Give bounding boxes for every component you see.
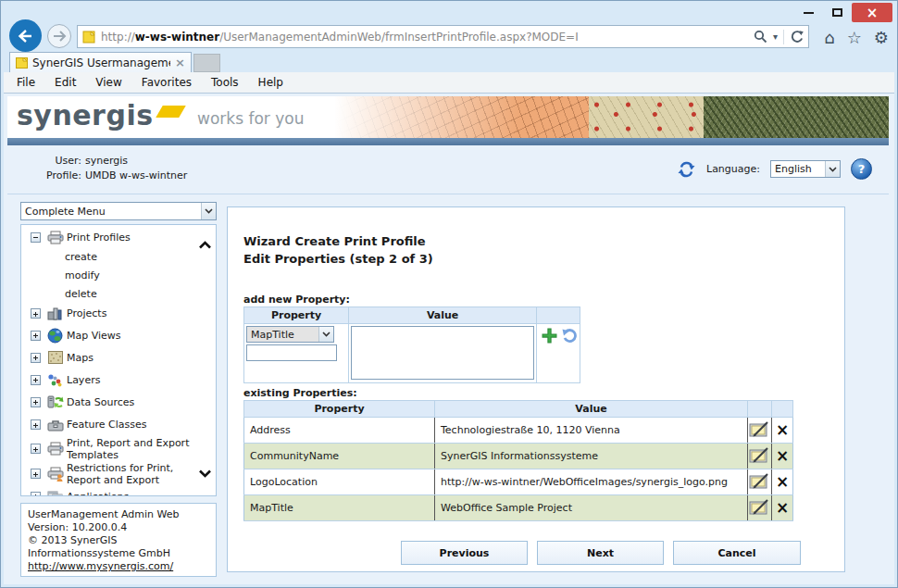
menu-filter-value: Complete Menu (25, 206, 106, 218)
previous-button[interactable]: Previous (401, 541, 528, 565)
tree-item-modify[interactable]: modify (31, 266, 216, 284)
table-row-logolocation: LogoLocation http://w-ws-wintner/WebOffi… (244, 469, 793, 495)
tree-label: delete (65, 288, 97, 300)
scroll-up-icon[interactable] (198, 240, 212, 252)
menu-tools[interactable]: Tools (211, 76, 239, 89)
menu-help[interactable]: Help (258, 76, 283, 89)
home-icon[interactable]: ⌂ (824, 28, 834, 47)
property-cell: MapTitle (244, 495, 435, 521)
menu-filter-select[interactable]: Complete Menu (20, 202, 217, 220)
tree-label: Projects (67, 307, 106, 319)
tree-item-applications[interactable]: Applications (31, 486, 216, 496)
table-row-maptitle: MapTitle WebOffice Sample Project × (244, 495, 793, 521)
cancel-button[interactable]: Cancel (673, 541, 801, 565)
tab-synergis-usermanagement[interactable]: SynerGIS Usermanagement ... × (9, 52, 192, 72)
search-icon[interactable] (754, 30, 767, 44)
language-label: Language: (706, 163, 760, 175)
close-icon: × (867, 5, 879, 21)
new-tab-button[interactable] (193, 54, 220, 72)
add-property-button[interactable] (542, 328, 557, 344)
property-cell: LogoLocation (244, 469, 435, 495)
address-bar[interactable]: http://w-ws-wintner/UserManagementAdminW… (77, 25, 809, 48)
edit-property-icon[interactable] (749, 472, 770, 490)
header-divider-bar (7, 138, 889, 145)
value-cell: Technologiestraße 10, 1120 Vienna (435, 418, 748, 444)
next-button[interactable]: Next (537, 541, 664, 565)
refresh-icon[interactable] (677, 160, 696, 179)
expand-plus-icon[interactable] (31, 375, 41, 385)
tree-item-data-sources[interactable]: Data Sources (31, 391, 216, 413)
close-button[interactable]: × (852, 3, 892, 22)
tree-item-restrictions[interactable]: Restrictions for Print, Report and Expor… (31, 461, 216, 486)
edit-property-icon[interactable] (749, 420, 770, 438)
value-cell: http://w-ws-wintner/WebOfficeImages/syne… (435, 469, 748, 495)
language-select[interactable]: English (770, 160, 841, 178)
menu-favorites[interactable]: Favorites (142, 76, 192, 89)
about-line: © 2013 SynerGIS (28, 534, 209, 547)
menu-edit[interactable]: Edit (55, 76, 76, 89)
favorites-star-icon[interactable]: ☆ (847, 28, 862, 47)
existing-col-edit (748, 401, 772, 418)
refresh-page-icon[interactable] (790, 30, 804, 44)
scroll-down-icon[interactable] (198, 469, 212, 481)
tree-item-maps[interactable]: Maps (31, 346, 216, 369)
delete-property-icon[interactable]: × (772, 418, 792, 443)
tree-item-create[interactable]: create (31, 247, 216, 266)
maximize-button[interactable] (823, 3, 851, 22)
map-texture-icon (45, 350, 65, 366)
delete-property-icon[interactable]: × (772, 469, 792, 494)
property-name-input[interactable] (246, 344, 337, 361)
delete-property-icon[interactable]: × (772, 495, 792, 520)
edit-property-icon[interactable] (749, 446, 770, 464)
reset-undo-button[interactable] (561, 328, 577, 344)
wizard-title-block: Wizard Create Print Profile Edit Propert… (243, 232, 433, 268)
expand-plus-icon[interactable] (31, 469, 41, 479)
settings-gear-icon[interactable]: ⚙ (874, 28, 889, 47)
back-button[interactable] (9, 19, 42, 52)
search-dropdown-icon[interactable]: ▾ (773, 31, 778, 42)
add-property-table: Property Value MapTitle (243, 307, 580, 383)
property-select-value: MapTitle (251, 329, 294, 341)
synergis-website-link[interactable]: http://www.mysynergis.com/ (28, 560, 173, 572)
forward-button[interactable] (47, 24, 71, 48)
tree-item-layers[interactable]: Layers (31, 369, 216, 391)
tab-close-icon[interactable]: × (175, 56, 185, 69)
language-area: Language: English ? (677, 158, 872, 180)
expand-plus-icon[interactable] (31, 397, 41, 407)
chevron-down-icon (201, 203, 216, 219)
url-host: w-ws-wintner (135, 31, 219, 44)
tree-item-delete[interactable]: delete (31, 284, 216, 303)
tree-label: Print, Report and Export Templates (67, 437, 206, 461)
help-button[interactable]: ? (851, 158, 872, 180)
property-name-select[interactable]: MapTitle (246, 326, 334, 343)
tree-label: Layers (67, 374, 100, 386)
divider (783, 30, 784, 44)
expand-plus-icon[interactable] (31, 308, 41, 319)
logo-swoosh-icon (156, 106, 186, 118)
minimize-button[interactable] (794, 3, 822, 22)
tree-label: Feature Classes (67, 419, 147, 431)
tree-item-projects[interactable]: Projects (31, 303, 216, 324)
tree-item-feature-classes[interactable]: Feature Classes (31, 413, 216, 436)
expand-plus-icon[interactable] (31, 419, 41, 430)
tree-item-print-profiles[interactable]: Print Profiles (31, 227, 216, 247)
tree-item-map-views[interactable]: Map Views (31, 324, 216, 346)
user-profile-info: User: synergis Profile: UMDB w-ws-wintne… (33, 155, 187, 181)
profile-label: Profile: (33, 169, 81, 181)
menu-view[interactable]: View (95, 76, 121, 89)
menu-file[interactable]: File (17, 76, 35, 89)
expand-plus-icon[interactable] (31, 492, 41, 497)
expand-plus-icon[interactable] (31, 331, 41, 341)
printer-icon (45, 441, 65, 457)
expand-plus-icon[interactable] (31, 444, 41, 454)
tree-item-print-templates[interactable]: Print, Report and Export Templates (31, 436, 216, 461)
expand-plus-icon[interactable] (31, 353, 41, 363)
property-cell: Address (244, 418, 435, 444)
collapse-minus-icon[interactable] (31, 232, 41, 243)
existing-properties-label: existing Properties: (243, 387, 357, 399)
delete-property-icon[interactable]: × (772, 444, 792, 469)
add-property-label: add new Property: (243, 294, 350, 306)
url-prefix: http:// (101, 31, 135, 44)
edit-property-icon[interactable] (749, 498, 770, 516)
property-value-textarea[interactable] (351, 326, 534, 380)
